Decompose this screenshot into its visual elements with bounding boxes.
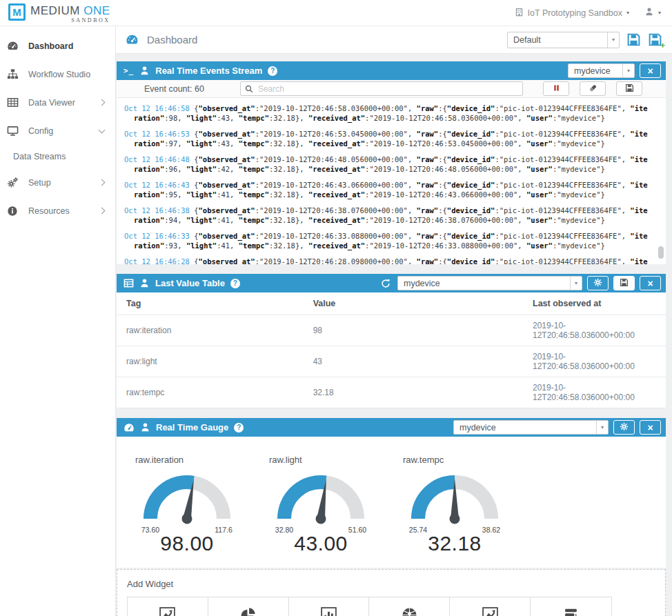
gauge-label: raw.tempc	[403, 455, 526, 465]
column-header-last-observed: Last observed at	[523, 292, 666, 315]
close-events-panel-button[interactable]: ×	[640, 63, 661, 78]
log-timestamp: Oct 12 16:46:58	[124, 104, 190, 112]
table-row: raw:tempc 32.18 2019-10-12T20:46:58.0360…	[117, 377, 666, 408]
gauge-value: 32.18	[403, 532, 506, 555]
event-count: Event count: 60	[144, 84, 204, 94]
user-menu[interactable]: ▾	[644, 7, 661, 19]
log-timestamp: Oct 12 16:46:33	[124, 232, 190, 240]
close-icon: ×	[647, 279, 653, 288]
gauge-chart: 25.7438.62	[403, 466, 506, 535]
save-stream-button[interactable]	[616, 81, 642, 96]
gauge-settings-button[interactable]	[613, 420, 635, 435]
add-widget-cards: Grouped Users Line Chart Grouped Users P…	[127, 597, 612, 616]
plus-icon: +	[660, 41, 665, 50]
table-device-select[interactable]: mydevice ▾	[397, 276, 582, 290]
organization-icon	[515, 8, 524, 19]
events-toolbar: Event count: 60	[117, 80, 666, 98]
panel-title: Last Value Table	[155, 278, 225, 288]
page-title: Dashboard	[147, 34, 197, 46]
widget-card-grouped-users-line-chart[interactable]: Grouped Users Line Chart	[128, 597, 208, 616]
widget-card-single-user-line-chart[interactable]: Single User Line Chart	[450, 597, 531, 616]
column-header-value: Value	[304, 292, 523, 315]
log-entry: Oct 12 16:46:58 {"observed_at":"2019-10-…	[124, 103, 651, 123]
sidebar-item-data-streams[interactable]: Data Streams	[0, 145, 115, 168]
log-entry: Oct 12 16:46:28 {"observed_at":"2019-10-…	[124, 257, 651, 264]
last-value-table-panel: Last Value Table ? mydevice ▾	[117, 274, 666, 408]
gauge-max-label: 117.6	[215, 526, 233, 534]
close-table-panel-button[interactable]: ×	[640, 276, 661, 290]
user-icon	[644, 7, 654, 19]
chevron-down-icon: ▾	[607, 32, 619, 48]
scrollbar-thumb[interactable]	[658, 246, 664, 259]
search-input[interactable]	[257, 83, 518, 95]
widget-icon	[211, 606, 286, 616]
gauge-chart: 32.8051.60	[269, 466, 373, 535]
gauge-widget-raw-light: raw.light 32.8051.60 43.00	[269, 449, 392, 555]
widget-card-grouped-users-geopoint-chart[interactable]: Grouped Users GeoPoint Chart	[369, 597, 450, 616]
sidebar-item-dashboard[interactable]: Dashboard	[0, 32, 115, 60]
tag-cell: raw:iteration	[117, 315, 304, 346]
widget-card-grouped-users-pie-chart[interactable]: Grouped Users Pie Chart	[208, 597, 289, 616]
dashboard-preset-select[interactable]: Default ▾	[507, 32, 620, 48]
value-cell: 98	[304, 315, 523, 346]
real-time-events-stream-panel: >_ Real Time Events Stream ? mydevice ▾ …	[117, 61, 666, 264]
log-entry: Oct 12 16:46:33 {"observed_at":"2019-10-…	[124, 231, 651, 250]
table-row: raw:light 43 2019-10-12T20:46:58.036000+…	[117, 346, 666, 377]
sidebar: Dashboard Workflow Studio Data Viewer Co…	[0, 26, 116, 616]
gauge-device-select[interactable]: mydevice ▾	[453, 420, 609, 435]
gauge-icon	[123, 422, 135, 433]
search-icon	[245, 85, 253, 93]
org-switcher[interactable]: IoT Prototyping Sandbox ▾	[515, 8, 629, 19]
sidebar-item-label: Setup	[28, 178, 51, 188]
user-icon	[139, 66, 150, 76]
sidebar-item-icon	[7, 68, 23, 80]
sidebar-item-icon	[7, 40, 23, 52]
gauge-value: 98.00	[135, 532, 239, 555]
table-save-button[interactable]	[613, 276, 635, 290]
close-gauge-panel-button[interactable]: ×	[640, 420, 661, 435]
brand-sub: SANDBOX	[30, 18, 110, 23]
clear-stream-button[interactable]	[580, 81, 606, 96]
sidebar-item-resources[interactable]: Resources	[0, 197, 115, 225]
close-icon: ×	[647, 423, 653, 433]
events-device-select[interactable]: mydevice ▾	[568, 63, 635, 78]
last-value-table-header: Last Value Table ? mydevice ▾	[117, 274, 666, 292]
widget-icon	[130, 606, 205, 616]
gauge-min-label: 32.80	[275, 526, 293, 534]
refresh-icon[interactable]	[381, 279, 391, 288]
sidebar-item-data-viewer[interactable]: Data Viewer	[0, 88, 115, 117]
help-icon[interactable]: ?	[268, 66, 277, 76]
pause-stream-button[interactable]	[543, 81, 569, 96]
help-icon[interactable]: ?	[230, 279, 240, 288]
widget-card-single-user-cross-filter-chart[interactable]: Single User Cross Filter Chart	[531, 597, 611, 616]
log-entry: Oct 12 16:46:38 {"observed_at":"2019-10-…	[124, 206, 651, 225]
chevron-down-icon: ▾	[596, 421, 608, 434]
save-dashboard-button[interactable]	[626, 32, 641, 47]
top-bar: M MEDIUM ONE SANDBOX IoT Prototyping San…	[0, 0, 672, 26]
chevron-icon	[99, 179, 106, 186]
last-observed-cell: 2019-10-12T20:46:58.036000+00:00	[523, 377, 666, 408]
log-entry: Oct 12 16:46:48 {"observed_at":"2019-10-…	[124, 155, 651, 174]
close-icon: ×	[647, 66, 653, 76]
chevron-down-icon: ▾	[570, 277, 582, 290]
sidebar-item-label: Dashboard	[28, 41, 73, 51]
help-icon[interactable]: ?	[234, 423, 244, 433]
chevron-down-icon: ▾	[658, 10, 661, 16]
sidebar-item-icon	[7, 177, 23, 188]
chevron-down-icon: ▾	[626, 10, 629, 16]
table-settings-button[interactable]	[587, 276, 609, 290]
widget-icon	[292, 606, 366, 616]
save-icon	[620, 278, 629, 288]
value-cell: 43	[304, 346, 523, 377]
sidebar-item-setup[interactable]: Setup	[0, 168, 115, 197]
sidebar-item-config[interactable]: Config	[0, 117, 115, 145]
gauge-max-label: 51.60	[348, 526, 366, 534]
widget-card-grouped-users-bar-chart[interactable]: Grouped Users Bar Chart	[289, 597, 370, 616]
save-as-new-dashboard-button[interactable]: +	[648, 32, 662, 47]
add-widget-title: Add Widget	[127, 579, 655, 589]
user-icon	[140, 422, 150, 433]
user-icon	[139, 278, 150, 288]
log-timestamp: Oct 12 16:46:53	[124, 130, 190, 138]
last-observed-cell: 2019-10-12T20:46:58.036000+00:00	[523, 346, 666, 377]
sidebar-item-workflow-studio[interactable]: Workflow Studio	[0, 60, 115, 88]
